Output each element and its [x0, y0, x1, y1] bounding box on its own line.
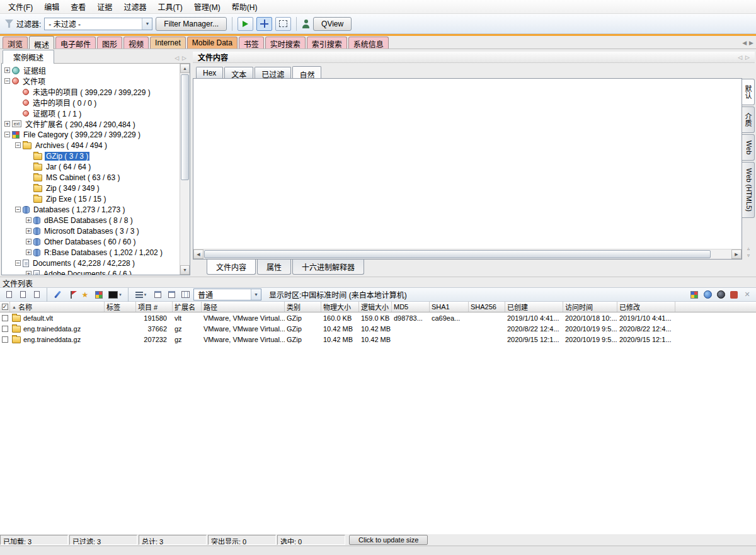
scroll-down-icon[interactable]: ▼	[180, 265, 190, 275]
expand-plus-icon[interactable]: +	[26, 217, 32, 223]
collapse-minus-icon[interactable]: −	[4, 132, 10, 137]
select-all-checkbox[interactable]	[2, 304, 8, 310]
table-row[interactable]: default.vlt191580vltVMware, VMware Virtu…	[0, 312, 756, 323]
expand-plus-icon[interactable]: +	[4, 121, 10, 127]
row-checkbox[interactable]	[2, 315, 8, 321]
copy-special-button[interactable]	[31, 289, 42, 300]
qview-button[interactable]: QView	[313, 17, 352, 31]
category-colors-button[interactable]	[689, 289, 700, 300]
main-tab[interactable]: 系统信息	[348, 37, 389, 49]
tree-item[interactable]: −Databases ( 1,273 / 1,273 )	[3, 204, 179, 215]
tree-item[interactable]: 未选中的项目 ( 399,229 / 399,229 )	[3, 86, 179, 97]
tab-scroll-right-icon[interactable]: ▶	[749, 40, 753, 46]
side-tab[interactable]: 介质	[742, 106, 755, 133]
chevron-down-icon[interactable]: ▼	[142, 18, 152, 30]
tab-scroll-left-icon[interactable]: ◀	[742, 40, 747, 46]
column-header-11[interactable]: 已创建	[505, 302, 563, 312]
filter-manager-button[interactable]: Filter Manager...	[156, 17, 227, 31]
scrollbar-track[interactable]	[203, 249, 731, 259]
chevron-down-icon[interactable]: ▼	[251, 289, 261, 300]
scroll-left-icon[interactable]: ◀	[193, 249, 203, 259]
selection-mode-button[interactable]	[275, 17, 291, 31]
main-tab[interactable]: 视频	[123, 37, 149, 49]
nav-left-icon[interactable]: ◁	[175, 55, 179, 61]
expand-plus-icon[interactable]: +	[26, 249, 32, 255]
nav-right-icon[interactable]: ▷	[182, 55, 186, 61]
menu-item-4[interactable]: 过滤器	[118, 0, 152, 14]
collapse-minus-icon[interactable]: −	[15, 207, 21, 212]
column-header-9[interactable]: SHA1	[430, 302, 469, 312]
dark-web-view-button[interactable]	[715, 289, 726, 300]
nav-left-icon[interactable]: ◁	[738, 54, 742, 60]
menu-item-5[interactable]: 工具(T)	[152, 0, 188, 14]
tree-item[interactable]: GZip ( 3 / 3 )	[3, 151, 179, 161]
column-header-12[interactable]: 访问时间	[563, 302, 617, 312]
column-header-8[interactable]: MD5	[392, 302, 430, 312]
main-tab[interactable]: 实时搜索	[265, 37, 306, 49]
main-tab[interactable]: 电子邮件	[55, 37, 96, 49]
date-options-button[interactable]	[152, 289, 163, 300]
main-tab[interactable]: 浏览	[3, 37, 28, 49]
tree-item[interactable]: +Microsoft Databases ( 3 / 3 )	[3, 226, 179, 236]
tree-item[interactable]: Zip Exe ( 15 / 15 )	[3, 193, 179, 204]
wizard-button[interactable]: ★	[79, 289, 91, 300]
column-template-combobox[interactable]: 普通 ▼	[193, 289, 261, 300]
column-header-0[interactable]: ▲名称	[10, 302, 105, 312]
side-tab[interactable]: Web (HTML5)	[742, 162, 755, 218]
tree-item[interactable]: −文件项	[3, 76, 179, 86]
column-header-2[interactable]: 项目 #	[136, 302, 173, 312]
collapse-minus-icon[interactable]: −	[15, 142, 21, 148]
row-checkbox[interactable]	[2, 326, 8, 332]
horizontal-scrollbar[interactable]: ◀ ▶	[193, 249, 742, 259]
column-settings-button[interactable]	[180, 289, 191, 300]
create-bookmark-button[interactable]	[52, 289, 63, 300]
scroll-up-icon[interactable]: ▵	[747, 246, 750, 251]
main-tab[interactable]: 图形	[97, 37, 122, 49]
side-tab[interactable]: 默认	[742, 79, 755, 105]
expand-plus-icon[interactable]: +	[4, 67, 10, 73]
table-row[interactable]: eng.traineddata.gz37662gzVMware, VMware …	[0, 323, 756, 334]
export-file-list-button[interactable]	[3, 289, 14, 300]
time-options-button[interactable]	[166, 289, 177, 300]
labels-button[interactable]	[93, 289, 105, 300]
export-to-csv-button[interactable]	[17, 289, 28, 300]
flag-privileged-button[interactable]	[66, 289, 77, 300]
view-tab[interactable]: 自然	[292, 66, 321, 79]
tree-item[interactable]: +Other Databases ( 60 / 60 )	[3, 236, 179, 247]
menu-item-0[interactable]: 文件(F)	[3, 0, 38, 14]
column-header-1[interactable]: 标签	[105, 302, 136, 312]
web-view-button[interactable]	[702, 289, 713, 300]
expand-plus-icon[interactable]: +	[26, 228, 32, 234]
view-tab[interactable]: Hex	[196, 67, 223, 78]
go-button[interactable]	[238, 17, 253, 31]
column-header-3[interactable]: 扩展名	[173, 302, 202, 312]
column-header-4[interactable]: 路径	[202, 302, 285, 312]
tree-item[interactable]: +dBASE Databases ( 8 / 8 )	[3, 215, 179, 226]
natural-view-content[interactable]: ◀ ▶	[193, 78, 742, 260]
table-row[interactable]: eng.traineddata.gz207232gzVMware, VMware…	[0, 334, 756, 345]
main-tab[interactable]: 索引搜索	[307, 37, 347, 49]
menu-item-6[interactable]: 管理(M)	[188, 0, 226, 14]
shapes-button[interactable]	[728, 289, 740, 300]
view-tab[interactable]: 文本	[224, 67, 253, 78]
row-checkbox[interactable]	[2, 336, 8, 343]
tree-item[interactable]: +Adobe Documents ( 6 / 6 )	[3, 268, 179, 275]
tab-case-overview[interactable]: 案例概述	[3, 50, 54, 64]
nav-right-icon[interactable]: ▷	[745, 54, 750, 60]
column-header-10[interactable]: SHA256	[469, 302, 505, 312]
tree-item[interactable]: −Documents ( 42,228 / 42,228 )	[3, 258, 179, 268]
tree-item[interactable]: +R:Base Databases ( 1,202 / 1,202 )	[3, 247, 179, 258]
bottom-tab[interactable]: 文件内容	[207, 260, 256, 275]
tree-item[interactable]: +证据组	[3, 65, 179, 76]
tree-item[interactable]: MS Cabinet ( 63 / 63 )	[3, 172, 179, 183]
label-color-dropdown[interactable]: ▼	[107, 289, 123, 300]
collapse-minus-icon[interactable]: −	[15, 260, 21, 266]
scroll-down-icon[interactable]: ▿	[747, 253, 750, 258]
bottom-tab[interactable]: 十六进制解释器	[292, 260, 364, 275]
scroll-up-icon[interactable]: ▲	[180, 64, 190, 73]
view-tab[interactable]: 已过滤	[255, 67, 291, 78]
expand-plus-icon[interactable]: +	[26, 239, 32, 244]
main-tab[interactable]: Internet	[150, 37, 186, 49]
filter-combobox[interactable]: - 未过滤 - ▼	[44, 18, 152, 30]
update-size-button[interactable]: Click to update size	[349, 535, 428, 545]
